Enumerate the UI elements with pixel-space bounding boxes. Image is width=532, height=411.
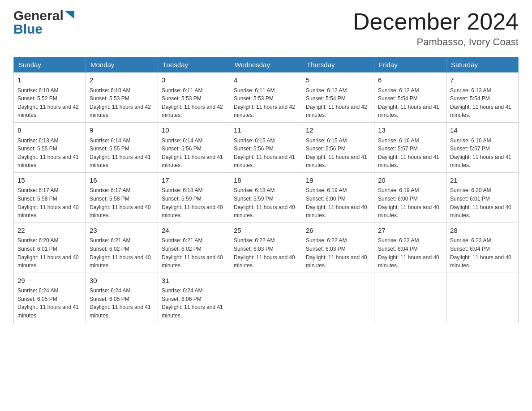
day-info: Sunrise: 6:20 AMSunset: 6:01 PMDaylight:…	[17, 236, 82, 270]
day-info: Sunrise: 6:22 AMSunset: 6:03 PMDaylight:…	[234, 236, 298, 270]
day-info: Sunrise: 6:14 AMSunset: 5:56 PMDaylight:…	[162, 137, 226, 170]
day-info: Sunrise: 6:20 AMSunset: 6:01 PMDaylight:…	[450, 186, 515, 219]
calendar-cell: 30Sunrise: 6:24 AMSunset: 6:05 PMDayligh…	[86, 273, 158, 323]
calendar-cell: 3Sunrise: 6:11 AMSunset: 5:53 PMDaylight…	[158, 73, 230, 123]
calendar-cell: 19Sunrise: 6:19 AMSunset: 6:00 PMDayligh…	[302, 172, 374, 223]
calendar-cell: 31Sunrise: 6:24 AMSunset: 6:06 PMDayligh…	[158, 273, 230, 323]
calendar-table: SundayMondayTuesdayWednesdayThursdayFrid…	[13, 57, 519, 323]
calendar-cell: 23Sunrise: 6:21 AMSunset: 6:02 PMDayligh…	[86, 223, 158, 273]
calendar-cell: 1Sunrise: 6:10 AMSunset: 5:52 PMDaylight…	[14, 73, 86, 123]
calendar-cell: 27Sunrise: 6:23 AMSunset: 6:04 PMDayligh…	[374, 223, 446, 273]
location-title: Pambasso, Ivory Coast	[353, 36, 519, 48]
day-number: 27	[378, 226, 442, 236]
calendar-cell: 13Sunrise: 6:16 AMSunset: 5:57 PMDayligh…	[374, 123, 446, 173]
day-info: Sunrise: 6:24 AMSunset: 6:05 PMDaylight:…	[90, 287, 154, 320]
day-number: 29	[17, 276, 82, 286]
day-number: 23	[90, 226, 154, 236]
day-info: Sunrise: 6:15 AMSunset: 5:56 PMDaylight:…	[234, 137, 298, 170]
day-number: 6	[378, 75, 442, 86]
day-number: 20	[378, 176, 442, 186]
day-info: Sunrise: 6:11 AMSunset: 5:53 PMDaylight:…	[234, 86, 298, 120]
day-info: Sunrise: 6:19 AMSunset: 6:00 PMDaylight:…	[378, 186, 442, 219]
calendar-cell: 29Sunrise: 6:24 AMSunset: 6:05 PMDayligh…	[14, 273, 86, 323]
calendar-day-header: Saturday	[446, 57, 519, 73]
calendar-cell	[446, 273, 519, 323]
calendar-cell: 2Sunrise: 6:10 AMSunset: 5:53 PMDaylight…	[86, 73, 158, 123]
calendar-week-row: 8Sunrise: 6:13 AMSunset: 5:55 PMDaylight…	[14, 123, 519, 173]
calendar-cell: 4Sunrise: 6:11 AMSunset: 5:53 PMDaylight…	[230, 73, 302, 123]
calendar-cell: 5Sunrise: 6:12 AMSunset: 5:54 PMDaylight…	[302, 73, 374, 123]
calendar-cell: 7Sunrise: 6:13 AMSunset: 5:54 PMDaylight…	[446, 73, 519, 123]
day-info: Sunrise: 6:17 AMSunset: 5:58 PMDaylight:…	[17, 186, 82, 219]
day-info: Sunrise: 6:21 AMSunset: 6:02 PMDaylight:…	[162, 236, 226, 270]
logo: General Blue	[13, 9, 74, 36]
calendar-cell: 28Sunrise: 6:23 AMSunset: 6:04 PMDayligh…	[446, 223, 519, 273]
day-number: 22	[17, 226, 82, 236]
logo-triangle-icon	[64, 11, 74, 19]
day-number: 30	[90, 276, 154, 286]
calendar-cell: 21Sunrise: 6:20 AMSunset: 6:01 PMDayligh…	[446, 172, 519, 223]
day-number: 18	[234, 176, 298, 186]
day-number: 19	[306, 176, 370, 186]
calendar-cell	[230, 273, 302, 323]
calendar-cell: 18Sunrise: 6:18 AMSunset: 5:59 PMDayligh…	[230, 172, 302, 223]
day-number: 21	[450, 176, 515, 186]
page-header: General Blue December 2024 Pambasso, Ivo…	[13, 9, 519, 48]
day-info: Sunrise: 6:13 AMSunset: 5:54 PMDaylight:…	[450, 86, 515, 120]
day-info: Sunrise: 6:23 AMSunset: 6:04 PMDaylight:…	[450, 236, 515, 270]
calendar-header-row: SundayMondayTuesdayWednesdayThursdayFrid…	[14, 57, 519, 73]
day-number: 15	[17, 176, 82, 186]
day-info: Sunrise: 6:22 AMSunset: 6:03 PMDaylight:…	[306, 236, 370, 270]
day-number: 5	[306, 75, 370, 86]
calendar-week-row: 29Sunrise: 6:24 AMSunset: 6:05 PMDayligh…	[14, 273, 519, 323]
day-info: Sunrise: 6:12 AMSunset: 5:54 PMDaylight:…	[306, 86, 370, 120]
day-number: 17	[162, 176, 226, 186]
title-section: December 2024 Pambasso, Ivory Coast	[353, 9, 519, 48]
day-info: Sunrise: 6:10 AMSunset: 5:52 PMDaylight:…	[17, 86, 82, 120]
day-info: Sunrise: 6:21 AMSunset: 6:02 PMDaylight:…	[90, 236, 154, 270]
day-info: Sunrise: 6:23 AMSunset: 6:04 PMDaylight:…	[378, 236, 442, 270]
day-number: 1	[17, 75, 82, 86]
calendar-cell: 15Sunrise: 6:17 AMSunset: 5:58 PMDayligh…	[14, 172, 86, 223]
day-info: Sunrise: 6:15 AMSunset: 5:56 PMDaylight:…	[306, 137, 370, 170]
calendar-day-header: Sunday	[14, 57, 86, 73]
calendar-cell: 11Sunrise: 6:15 AMSunset: 5:56 PMDayligh…	[230, 123, 302, 173]
day-number: 7	[450, 75, 515, 86]
day-info: Sunrise: 6:14 AMSunset: 5:55 PMDaylight:…	[90, 137, 154, 170]
calendar-cell	[302, 273, 374, 323]
day-info: Sunrise: 6:13 AMSunset: 5:55 PMDaylight:…	[17, 137, 82, 170]
day-number: 2	[90, 75, 154, 86]
day-info: Sunrise: 6:16 AMSunset: 5:57 PMDaylight:…	[450, 137, 515, 170]
day-info: Sunrise: 6:18 AMSunset: 5:59 PMDaylight:…	[162, 186, 226, 219]
calendar-cell: 14Sunrise: 6:16 AMSunset: 5:57 PMDayligh…	[446, 123, 519, 173]
day-number: 8	[17, 125, 82, 136]
day-number: 14	[450, 125, 515, 136]
calendar-cell	[374, 273, 446, 323]
calendar-cell: 20Sunrise: 6:19 AMSunset: 6:00 PMDayligh…	[374, 172, 446, 223]
day-number: 31	[162, 276, 226, 286]
month-title: December 2024	[353, 9, 519, 34]
day-info: Sunrise: 6:24 AMSunset: 6:06 PMDaylight:…	[162, 287, 226, 320]
day-info: Sunrise: 6:10 AMSunset: 5:53 PMDaylight:…	[90, 86, 154, 120]
day-number: 25	[234, 226, 298, 236]
day-number: 13	[378, 125, 442, 136]
calendar-cell: 25Sunrise: 6:22 AMSunset: 6:03 PMDayligh…	[230, 223, 302, 273]
calendar-cell: 10Sunrise: 6:14 AMSunset: 5:56 PMDayligh…	[158, 123, 230, 173]
calendar-cell: 12Sunrise: 6:15 AMSunset: 5:56 PMDayligh…	[302, 123, 374, 173]
calendar-day-header: Monday	[86, 57, 158, 73]
day-number: 24	[162, 226, 226, 236]
calendar-day-header: Thursday	[302, 57, 374, 73]
calendar-cell: 17Sunrise: 6:18 AMSunset: 5:59 PMDayligh…	[158, 172, 230, 223]
calendar-week-row: 22Sunrise: 6:20 AMSunset: 6:01 PMDayligh…	[14, 223, 519, 273]
day-number: 12	[306, 125, 370, 136]
calendar-cell: 24Sunrise: 6:21 AMSunset: 6:02 PMDayligh…	[158, 223, 230, 273]
day-info: Sunrise: 6:24 AMSunset: 6:05 PMDaylight:…	[17, 287, 82, 320]
calendar-cell: 16Sunrise: 6:17 AMSunset: 5:58 PMDayligh…	[86, 172, 158, 223]
day-number: 11	[234, 125, 298, 136]
svg-marker-0	[64, 11, 74, 19]
day-number: 9	[90, 125, 154, 136]
logo-general-text: General	[13, 9, 64, 22]
day-info: Sunrise: 6:16 AMSunset: 5:57 PMDaylight:…	[378, 137, 442, 170]
day-number: 4	[234, 75, 298, 86]
day-number: 10	[162, 125, 226, 136]
